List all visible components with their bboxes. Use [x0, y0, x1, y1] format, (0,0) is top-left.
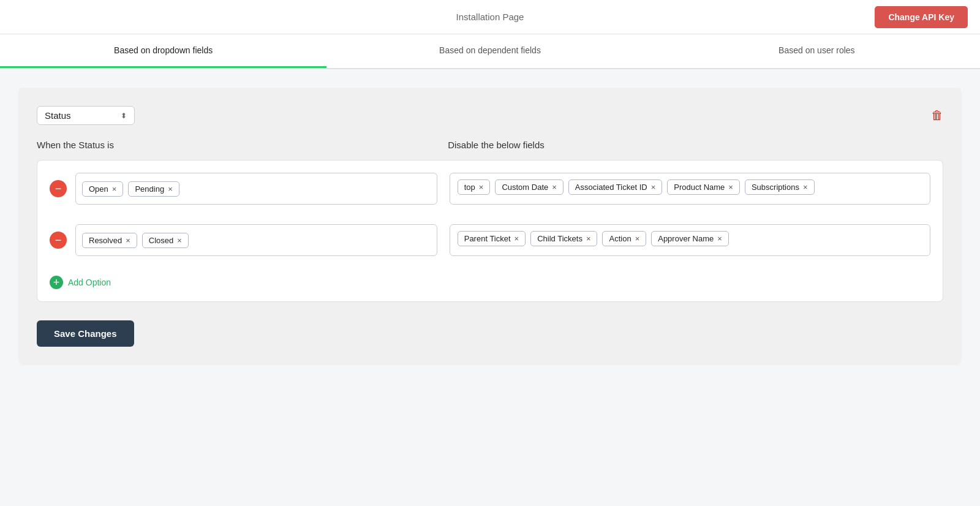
tag-custom-date: Custom Date ×	[495, 179, 563, 195]
status-tags-row-2[interactable]: Resolved × Closed ×	[75, 224, 437, 256]
config-card: Status ⬍ 🗑 When the Status is Disable th…	[18, 88, 962, 365]
chevron-icon: ⬍	[121, 111, 127, 120]
tag-product-name: Product Name ×	[667, 179, 740, 195]
remove-tag-custom-date[interactable]: ×	[552, 183, 557, 191]
tag-action: Action ×	[602, 231, 646, 246]
main-content: Status ⬍ 🗑 When the Status is Disable th…	[0, 69, 980, 414]
rules-inner-card: − Open × Pending × top	[37, 160, 943, 302]
add-option-label: Add Option	[68, 278, 111, 287]
field-tags-row-2-line-1[interactable]: Parent Ticket × Child Tickets × Action ×	[450, 224, 930, 256]
status-tags-row-1[interactable]: Open × Pending ×	[75, 173, 437, 205]
remove-tag-closed[interactable]: ×	[177, 236, 182, 244]
field-tags-row-1-line-1[interactable]: top × Custom Date × Associated Ticket ID…	[450, 173, 930, 205]
card-header: Status ⬍ 🗑	[37, 106, 943, 125]
remove-tag-pending[interactable]: ×	[168, 185, 173, 193]
tabs-bar: Based on dropdown fields Based on depend…	[0, 34, 980, 69]
remove-tag-resolved[interactable]: ×	[126, 236, 130, 244]
tag-associated-ticket-id: Associated Ticket ID ×	[568, 179, 662, 195]
tab-dependent[interactable]: Based on dependent fields	[326, 34, 653, 68]
plus-circle-icon: +	[50, 276, 63, 289]
remove-row-1-button[interactable]: −	[50, 180, 67, 197]
remove-tag-top[interactable]: ×	[479, 183, 484, 191]
remove-row-2-button[interactable]: −	[50, 232, 67, 249]
remove-tag-action[interactable]: ×	[635, 235, 640, 243]
when-status-label: When the Status is	[37, 140, 435, 150]
tag-pending: Pending ×	[128, 181, 179, 197]
top-bar: Installation Page Change API Key	[0, 0, 980, 34]
remove-tag-subscriptions[interactable]: ×	[803, 183, 808, 191]
remove-tag-product-name[interactable]: ×	[728, 183, 733, 191]
minus-icon-2: −	[55, 232, 62, 248]
tag-resolved: Resolved ×	[82, 233, 137, 248]
tab-dropdown[interactable]: Based on dropdown fields	[0, 34, 326, 68]
columns-header: When the Status is Disable the below fie…	[37, 140, 943, 150]
status-select-label: Status	[45, 110, 71, 121]
rule-row-1: − Open × Pending × top	[50, 173, 930, 212]
delete-card-button[interactable]: 🗑	[931, 108, 943, 123]
remove-tag-open[interactable]: ×	[112, 185, 117, 193]
field-tags-row-1: top × Custom Date × Associated Ticket ID…	[437, 173, 930, 212]
save-changes-button[interactable]: Save Changes	[37, 320, 134, 347]
remove-tag-approver-name[interactable]: ×	[717, 235, 722, 243]
tag-approver-name: Approver Name ×	[651, 231, 729, 246]
tag-subscriptions: Subscriptions ×	[745, 179, 815, 195]
tag-parent-ticket: Parent Ticket ×	[458, 231, 526, 246]
tag-open: Open ×	[82, 181, 123, 197]
remove-tag-associated-ticket-id[interactable]: ×	[651, 183, 656, 191]
tab-userroles[interactable]: Based on user roles	[654, 34, 980, 68]
change-api-button[interactable]: Change API Key	[875, 6, 968, 28]
remove-tag-child-tickets[interactable]: ×	[586, 235, 591, 243]
remove-tag-parent-ticket[interactable]: ×	[514, 235, 519, 243]
add-option-button[interactable]: + Add Option	[50, 276, 930, 289]
tag-child-tickets: Child Tickets ×	[530, 231, 597, 246]
field-tags-row-2: Parent Ticket × Child Tickets × Action ×	[437, 224, 930, 263]
disable-fields-label: Disable the below fields	[435, 140, 943, 150]
rule-row-2: − Resolved × Closed × Parent Ticke	[50, 224, 930, 263]
page-title: Installation Page	[456, 12, 524, 22]
status-select[interactable]: Status ⬍	[37, 106, 135, 125]
minus-icon: −	[55, 181, 62, 197]
tag-closed: Closed ×	[142, 233, 189, 248]
tag-top: top ×	[458, 179, 491, 195]
